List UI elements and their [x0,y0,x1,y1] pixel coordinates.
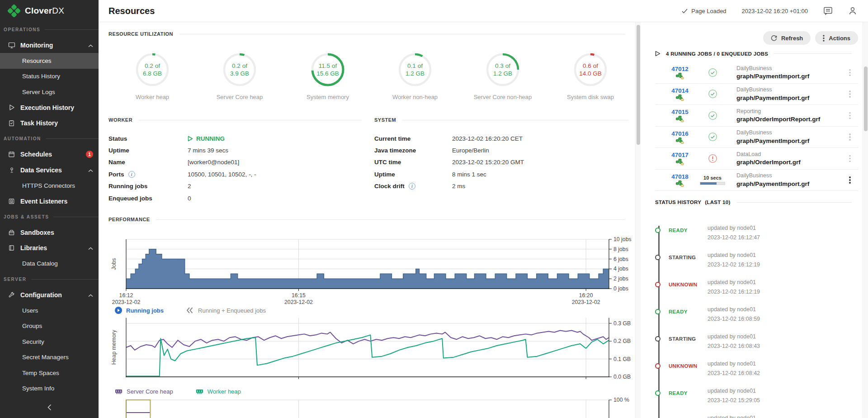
sidebar-item-configuration[interactable]: Configuration [0,287,99,303]
job-id-link[interactable]: 47015 [671,109,689,115]
job-menu-button[interactable] [842,155,858,162]
svg-text:16:12: 16:12 [119,292,133,299]
svg-text:16:20: 16:20 [579,292,593,299]
sidebar-item-execution-history[interactable]: Execution History [0,100,99,116]
gauge-worker-heap: 0.2 of6.8 GB Worker heap [116,52,189,100]
job-status-icon [697,90,728,98]
sidebar-item-libraries[interactable]: Libraries [0,240,99,256]
sidebar-item-groups[interactable]: Groups [0,318,99,334]
refresh-button[interactable]: Refresh [763,31,811,45]
job-menu-button[interactable] [842,133,858,141]
legend-worker-heap[interactable]: Worker heap [196,388,241,395]
double-chevron-icon [186,307,194,314]
content: Resources Page Loaded 2023-12-02 16:20 +… [99,0,868,418]
panel-scrollbar-thumb[interactable] [864,66,868,131]
system-utc-time-value: 2023-12-02 15:20:20 GMT [452,157,628,168]
sidebar-item-task-history[interactable]: Task History [0,115,99,131]
monitor-icon [8,41,15,49]
cloverdx-app: CloverDX OPERATIONS Monitoring Resources… [0,0,868,418]
legend-running-enqueued-jobs[interactable]: Running + Enqueued jobs [186,307,266,314]
status-dot-icon [655,282,660,287]
legend-server-core-heap[interactable]: Server Core heap [115,388,173,395]
job-menu-button[interactable] [842,69,858,76]
worker-ports-value: 10500, 10501, 10502, -, - [188,168,362,180]
job-id-link[interactable]: 47014 [671,87,689,94]
chevron-left-icon [47,404,52,411]
book-icon [8,244,15,252]
actions-button[interactable]: Actions [815,31,858,45]
sidebar-item-security[interactable]: Security [0,334,99,350]
sidebar-nav: OPERATIONS Monitoring Resources Status H… [0,22,99,396]
sidebar-item-event-listeners[interactable]: Event Listeners [0,194,99,209]
sidebar-item-server-logs[interactable]: Server Logs [0,84,99,100]
graph-icon [676,180,684,187]
status-history-item: READY updated by node012023-12-02 16:12:… [655,225,852,252]
svg-text:8 jobs: 8 jobs [613,246,628,252]
main-scrollbar-thumb[interactable] [637,25,640,145]
calendar-icon [8,151,15,158]
worker-enqueued-jobs-value: 0 [188,192,362,204]
graph-icon [676,73,684,79]
legend-running-jobs[interactable]: Running jobs [115,307,164,314]
graph-icon [676,116,684,122]
schedules-badge: 1 [86,151,93,158]
job-row: 47012 DailyBusinessgraph/PaymentImport.g… [655,62,858,84]
status-dot-icon [655,363,660,369]
sidebar-item-sandboxes[interactable]: Sandboxes [0,225,99,241]
status-dot-icon [655,255,660,260]
heap-memory-chart: 0.0 GB0.1 GB0.2 GB0.3 GBHeap memory [105,312,635,385]
sidebar-item-resources[interactable]: Resources [0,53,99,69]
worker-running-jobs-value: 2 [188,180,362,192]
graph-icon [676,138,684,144]
sidebar-item-monitoring[interactable]: Monitoring [0,38,99,53]
sidebar: CloverDX OPERATIONS Monitoring Resources… [0,0,99,418]
svg-text:100 %: 100 % [613,397,629,403]
status-dot-icon [655,390,660,396]
system-details: Current time2023-12-02 16:20:20 CET Java… [374,133,628,192]
cloverdx-logo[interactable]: CloverDX [0,0,99,22]
server-timestamp: 2023-12-02 16:20 +01:00 [742,8,808,14]
running-jobs-header[interactable]: 4 RUNNING JOBS / 0 ENQUEUED JOBS [655,51,852,57]
page-loaded-status: Page Loaded [682,8,726,14]
job-menu-button[interactable] [842,176,858,184]
heap-chart-legend: Server Core heap Worker heap [115,387,241,395]
job-id-link[interactable]: 47012 [671,66,689,72]
sidebar-item-https-connectors[interactable]: HTTPS Connectors [0,178,99,194]
job-id-link[interactable]: 47016 [671,130,689,137]
job-status-icon [697,133,728,141]
clock-drift-info-icon[interactable]: i [409,183,415,190]
nav-section-automation: AUTOMATION [0,131,99,147]
sidebar-item-users[interactable]: Users [0,303,99,318]
ports-info-icon[interactable]: i [128,171,135,178]
job-row: 47016 DailyBusinessgraph/PaymentImport.g… [655,127,858,148]
system-header: SYSTEM [374,117,628,123]
sidebar-collapse-button[interactable] [0,400,99,414]
status-dot-icon [655,309,660,314]
job-row: 47018 10 secs DailyBusinessgraph/Payment… [655,170,858,191]
feedback-icon[interactable] [823,6,833,15]
wrench-icon [8,291,15,299]
sidebar-item-temp-spaces[interactable]: Temp Spaces [0,365,99,381]
svg-text:0.3 GB: 0.3 GB [613,320,631,327]
job-menu-button[interactable] [842,90,858,98]
chevron-up-icon [88,42,93,49]
svg-text:0.0 GB: 0.0 GB [613,374,631,380]
system-uptime-value: 8 mins 1 sec [452,168,628,180]
sidebar-item-schedules[interactable]: Schedules 1 [0,147,99,162]
sidebar-item-system-info[interactable]: System Info [0,381,99,397]
svg-text:2 jobs: 2 jobs [613,276,628,282]
sidebar-item-data-catalog[interactable]: Data Catalog [0,256,99,272]
job-id-link[interactable]: 47018 [671,173,689,180]
sidebar-item-data-services[interactable]: Data Services [0,162,99,178]
job-id-link[interactable]: 47017 [671,152,689,158]
user-icon[interactable] [848,6,857,15]
svg-text:10 jobs: 10 jobs [613,236,632,242]
gauge-system-memory: 11.5 of15.6 GB System memory [292,52,364,100]
sidebar-item-status-history[interactable]: Status History [0,69,99,85]
gauge-worker-non-heap: 0.1 of1.2 GB Worker non-heap [379,52,451,100]
sidebar-item-secret-managers[interactable]: Secret Managers [0,350,99,366]
ram-chip-purple-icon [115,388,123,395]
kebab-icon [823,35,825,42]
job-row: 47017 DataLoadgraph/OrderImport.grf [655,148,858,170]
job-menu-button[interactable] [842,112,858,119]
